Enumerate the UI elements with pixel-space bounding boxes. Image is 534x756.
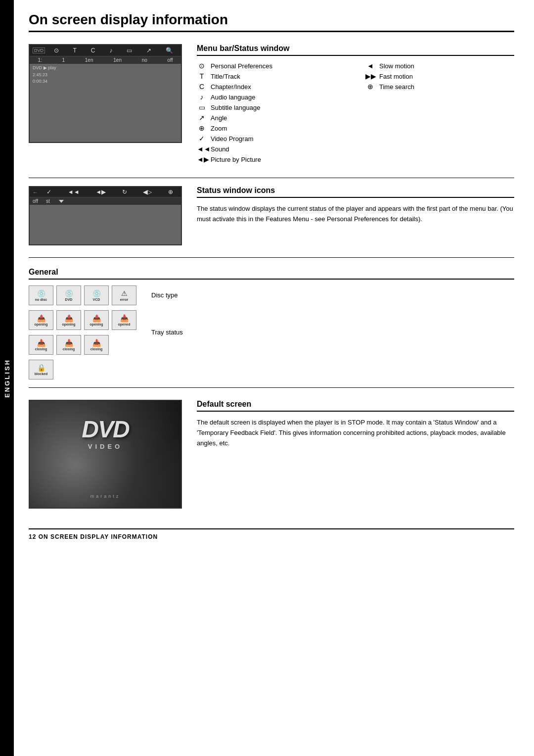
status-description: The status window displays the current s… [197, 204, 514, 225]
chapter-label: Chapter/Index [211, 83, 251, 91]
default-screen-section: DVD VIDEO marantz Default screen The def… [29, 400, 514, 509]
dvd-subtitle-text: marantz [90, 494, 121, 499]
sound-label: Sound [211, 145, 229, 153]
subtitle-label: Subtitle language [211, 104, 260, 111]
icons-two-col: ⊙ Personal Preferences T Title/Track C C… [197, 62, 514, 166]
default-screen-two-col: DVD VIDEO marantz Default screen The def… [29, 400, 514, 509]
icon-item-subtitle: ▭ Subtitle language [197, 103, 346, 111]
audio-icon: ♪ [197, 93, 207, 101]
icon-item-title: T Title/Track [197, 72, 346, 80]
status-screen-area: ← ✓ ◄◄ ◄▶ ↻ ◀▷ ⊕ off st [29, 186, 182, 245]
closing-icon-2: 📥 [65, 339, 73, 346]
opening-label-1: opening [34, 323, 47, 326]
dvd-image-area: DVD VIDEO marantz [29, 400, 182, 509]
opening-icon-1: 📤 [37, 315, 45, 322]
icon-item-time: ⊕ Time search [365, 83, 514, 91]
icon-item-video: ✓ Video Program [197, 135, 346, 142]
disc-type-label: Disc type [151, 291, 183, 299]
osd-icon-zoom: 🔍 [166, 47, 173, 54]
disc-error: ⚠ error [112, 285, 136, 305]
blocked-icon: 🔒 [37, 364, 45, 371]
tray-closing-1: 📥 closing [29, 335, 53, 355]
disc-type-row: 💿 no disc 💿 DVD 💿 VCD ⚠ error [29, 285, 136, 305]
error-icon: ⚠ [121, 290, 128, 297]
sw-icon-6: ⊕ [168, 189, 173, 195]
sw-icon-4: ↻ [122, 189, 127, 195]
tray-blocked: 🔒 blocked [29, 360, 53, 379]
tray-opening-1: 📤 opening [29, 310, 53, 330]
sound-icon: ◄◄ [197, 145, 207, 153]
disc-no-disc: 💿 no disc [29, 285, 53, 305]
dvd-image-box: DVD VIDEO marantz [29, 400, 182, 509]
closing-label-3: closing [90, 347, 103, 351]
time-label: Time search [379, 83, 414, 91]
opened-label: opened [118, 323, 131, 326]
dvd-logo: DVD [30, 416, 181, 443]
general-heading: General [29, 268, 514, 280]
subtitle-icon: ▭ [197, 103, 207, 111]
osd-val-6: off [168, 57, 173, 63]
osd-val-4: 1en [113, 57, 122, 63]
disc-dvd: 💿 DVD [56, 285, 81, 305]
error-label: error [120, 298, 128, 301]
sw-val-st: st [46, 198, 50, 204]
sw-gray-area [30, 205, 181, 244]
osd-timecode1: 2:45:23 [33, 72, 56, 79]
osd-icons-row: ⊙ T C ♪ ▭ ↗ 🔍 [49, 47, 178, 54]
default-screen-description: Default screen The default screen is dis… [197, 400, 514, 509]
zoom-icon: ⊕ [197, 124, 207, 132]
osd-icon-title: T [73, 47, 76, 54]
dvd-label: DVD [65, 298, 73, 301]
icon-item-chapter: C Chapter/Index [197, 83, 346, 91]
tray-row-1: 📤 opening 📤 opening 📤 opening 📥 opened [29, 310, 136, 330]
slow-icon: ◄ [365, 62, 375, 70]
closing-label-1: closing [35, 347, 47, 351]
osd-timecode2: 0:00:34 [33, 78, 56, 85]
icon-item-angle: ↗ Angle [197, 114, 346, 122]
osd-icon-audio: ♪ [109, 47, 112, 54]
vcd-label: VCD [93, 298, 100, 301]
language-label: ENGLISH [3, 359, 11, 398]
osd-screen-mockup: DVD ⊙ T C ♪ ▭ ↗ 🔍 1: 1 1en 1en [29, 44, 182, 143]
title-label: Title/Track [211, 73, 240, 80]
time-icon: ⊕ [365, 83, 375, 91]
pip-icon: ◄▶ [197, 155, 207, 163]
opening-icon-2: 📤 [65, 315, 73, 322]
osd-val-5: no [142, 57, 147, 63]
osd-icon-subtitle: ▭ [127, 47, 132, 54]
sw-icons-row: ✓ ◄◄ ◄▶ ↻ ◀▷ ⊕ [42, 189, 178, 195]
icon-item-audio: ♪ Audio language [197, 93, 346, 101]
status-screen-mockup: ← ✓ ◄◄ ◄▶ ↻ ◀▷ ⊕ off st [29, 186, 182, 245]
osd-icon-angle: ↗ [146, 47, 151, 54]
section-status: ← ✓ ◄◄ ◄▶ ↻ ◀▷ ⊕ off st [29, 186, 514, 245]
dvd-disc-icon: 💿 [65, 290, 73, 297]
tray-opening-3: 📤 opening [84, 310, 109, 330]
opening-label-2: opening [62, 323, 75, 326]
default-screen-para: The default screen is displayed when the… [197, 418, 514, 448]
angle-icon: ↗ [197, 114, 207, 122]
sw-values-row: off st [30, 197, 181, 205]
opening-icon-3: 📤 [92, 315, 101, 322]
general-section: General 💿 no disc 💿 DVD 💿 VCD [29, 268, 514, 379]
zoom-label: Zoom [211, 125, 227, 132]
sw-icon-3: ◄▶ [95, 189, 106, 195]
tray-row-2: 📥 closing 📥 closing 📥 closing [29, 335, 136, 355]
tray-status-label: Tray status [151, 329, 183, 336]
icon-item-fast: ▶▶ Fast motion [365, 72, 514, 80]
icon-list-right: ◄ Slow motion ▶▶ Fast motion ⊕ Time sear… [365, 62, 514, 166]
osd-left-info: DVD ▶ play 2:45:23 0:00:34 [33, 65, 56, 85]
tray-closing-2: 📥 closing [56, 335, 81, 355]
closing-icon-3: 📥 [92, 339, 101, 346]
page-footer: 12 ON SCREEN DISPLAY INFORMATION [29, 528, 514, 540]
title-icon: T [197, 72, 207, 80]
status-icons-description: Status window icons The status window di… [197, 186, 514, 245]
closing-icon-1: 📥 [37, 339, 45, 346]
section-menubar: DVD ⊙ T C ♪ ▭ ↗ 🔍 1: 1 1en 1en [29, 44, 514, 166]
tray-opened: 📥 opened [112, 310, 136, 330]
fast-icon: ▶▶ [365, 72, 375, 80]
personal-label: Personal Preferences [211, 62, 272, 70]
osd-top-bar: DVD ⊙ T C ♪ ▭ ↗ 🔍 [30, 45, 181, 56]
osd-val-1: 1: [38, 57, 42, 63]
pip-label: Picture by Picture [211, 156, 261, 163]
opened-icon: 📥 [120, 315, 129, 322]
